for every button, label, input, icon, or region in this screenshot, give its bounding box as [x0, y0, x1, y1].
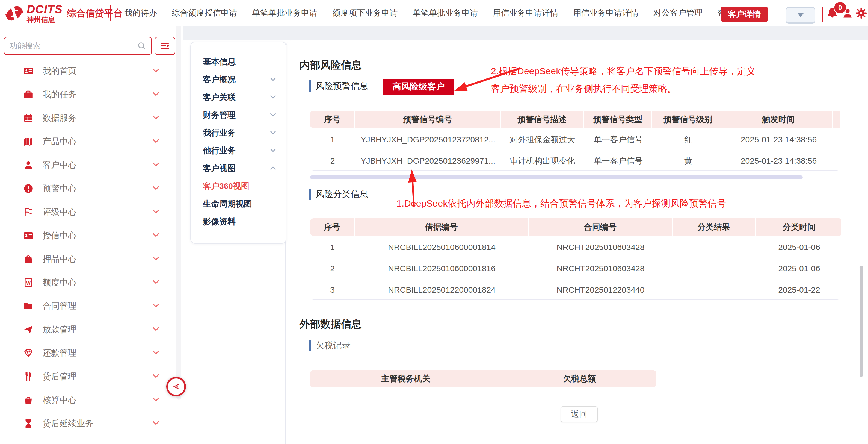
table-row[interactable]: 1YJBHYJXH_DGP20250123720812...对外担保金额过大单一…: [310, 130, 840, 149]
sidebar-item-0[interactable]: 我的首页: [0, 59, 176, 83]
warning-signal-table: 序号预警信号编号预警信号描述预警信号类型预警信号级别触发时间信号状态1YJBHY…: [310, 111, 840, 171]
submenu-item-5[interactable]: 他行业务: [191, 142, 286, 159]
table-cell: 无: [833, 152, 840, 170]
collapse-arrow-icon: [170, 381, 182, 392]
sidebar-item-label: 额度中心: [42, 277, 152, 288]
sidebar-item-9[interactable]: W 额度中心: [0, 271, 176, 294]
nav-overflow-dropdown[interactable]: [786, 7, 815, 24]
column-header: 分类结果: [673, 218, 755, 236]
table-cell: 2025-01-22: [756, 280, 841, 299]
handbag-icon: [24, 254, 33, 264]
table-cell: 2025-01-06: [756, 259, 841, 278]
column-header: 序号: [310, 218, 354, 236]
nav-item-4[interactable]: 单笔单批业务申请: [412, 7, 478, 19]
column-header: 序号: [310, 111, 354, 128]
search-input[interactable]: [4, 41, 137, 50]
chevron-down-icon: [152, 301, 160, 309]
table-cell: 1: [310, 238, 355, 257]
table-cell: 对外担保金额过大: [501, 130, 584, 149]
chevron-down-icon: [797, 12, 804, 18]
submenu-item-8[interactable]: 生命周期视图: [191, 195, 286, 213]
sidebar-item-5[interactable]: 预警中心: [0, 177, 176, 200]
table-row[interactable]: 2NRCBILL2025010600001816NRCHT20250106034…: [310, 259, 841, 278]
sidebar-item-6[interactable]: 评级中心: [0, 200, 176, 224]
sidebar-item-7[interactable]: 授信中心: [0, 224, 176, 247]
sidebar-item-14[interactable]: 核算中心: [0, 388, 176, 412]
gear-icon[interactable]: [855, 7, 867, 19]
sidebar-item-10[interactable]: 合同管理: [0, 294, 176, 318]
table-row[interactable]: 1NRCBILL2025010600001814NRCHT20250106034…: [310, 238, 841, 257]
column-header: 主管税务机关: [310, 370, 502, 387]
sidebar-item-label: 合同管理: [42, 300, 152, 312]
submenu-item-3[interactable]: 财务管理: [191, 106, 286, 124]
chevron-down-icon: [152, 90, 160, 98]
sidebar-item-8[interactable]: 押品中心: [0, 247, 176, 271]
tab-customer-detail-active[interactable]: 客户详情: [721, 6, 768, 22]
sidebar-item-3[interactable]: 产品中心: [0, 130, 176, 153]
submenu-item-4[interactable]: 我行业务: [191, 124, 286, 142]
sidebar-item-2[interactable]: 数据服务: [0, 106, 176, 130]
classification-table: 序号借据编号合同编号分类结果分类时间1NRCBILL20250106000018…: [310, 218, 841, 300]
column-header: 合同编号: [529, 218, 672, 236]
warning-table-hscrollbar[interactable]: [310, 175, 803, 179]
sidebar-item-label: 贷后延续业务: [42, 418, 152, 429]
sidebar-scrollbar[interactable]: [176, 26, 181, 400]
submenu-item-9[interactable]: 影像资料: [191, 213, 286, 231]
nav-item-1[interactable]: 综合额度授信申请: [172, 7, 237, 19]
table-cell: 审计机构出现变化: [501, 152, 584, 170]
chevron-down-icon: [152, 372, 160, 380]
nav-item-6[interactable]: 用信业务申请详情: [573, 7, 639, 19]
submenu-item-1[interactable]: 客户概况: [191, 71, 286, 89]
table-row[interactable]: 2YJBHYJXH_DGP20250123629971...审计机构出现变化单一…: [310, 152, 840, 171]
table-row[interactable]: 3NRCBILL2025012200001824NRCHT20250122034…: [310, 280, 841, 300]
column-header: 预警信号编号: [355, 111, 500, 128]
page-vscrollbar[interactable]: [860, 266, 863, 377]
chevron-down-icon: [152, 278, 160, 286]
table-header-row: 主管税务机关欠税总额: [310, 370, 657, 387]
sidebar-collapse-button[interactable]: [166, 377, 186, 396]
chevron-down-icon: [270, 129, 277, 136]
submenu-item-0[interactable]: 基本信息: [191, 53, 286, 71]
back-button[interactable]: 返回: [561, 406, 598, 422]
column-header: 预警信号级别: [652, 111, 723, 128]
chevron-down-icon: [152, 137, 160, 145]
table-cell: 单一客户信号: [584, 130, 652, 149]
nav-item-2[interactable]: 单笔单批业务申请: [252, 7, 317, 19]
sidebar-item-13[interactable]: 贷后管理: [0, 365, 176, 388]
submenu-item-6[interactable]: 客户视图: [191, 159, 286, 177]
alert-icon: [24, 184, 33, 194]
sidebar-item-label: 还款管理: [42, 347, 152, 359]
sidebar-item-label: 我的首页: [42, 65, 152, 77]
table-cell: [673, 259, 756, 278]
section-bar: [309, 80, 311, 92]
table-cell: 黄: [652, 152, 724, 170]
submenu-item-7[interactable]: 客户360视图: [191, 177, 286, 195]
submenu-item-2[interactable]: 客户关联: [191, 89, 286, 106]
person-icon: [24, 160, 33, 170]
column-header: 借据编号: [355, 218, 528, 236]
sidebar-item-1[interactable]: 我的任务: [0, 83, 176, 106]
nav-item-3[interactable]: 额度项下业务申请: [332, 7, 398, 19]
table-cell: 2: [310, 152, 355, 170]
hourglass-icon: [24, 419, 33, 428]
sidebar-item-label: 产品中心: [42, 136, 152, 147]
sidebar-item-15[interactable]: 贷后延续业务: [0, 412, 176, 435]
section-bar: [309, 340, 311, 351]
top-nav: 我的待办综合额度授信申请单笔单批业务申请额度项下业务申请单笔单批业务申请用信业务…: [124, 0, 750, 26]
brand-product: 综合信贷平台: [67, 7, 123, 20]
doc-w-icon: W: [24, 277, 33, 288]
sidebar-item-4[interactable]: 客户中心: [0, 153, 176, 177]
brand-divider: [110, 5, 111, 21]
annotation-transmit: 2.根据DeepSeek传导策略，将客户名下预警信号向上传导，定义 客户预警级别…: [491, 62, 755, 97]
nav-item-7[interactable]: 对公客户管理: [653, 7, 703, 19]
sidebar-item-label: 客户中心: [42, 159, 152, 171]
sidebar-item-11[interactable]: 放款管理: [0, 318, 176, 341]
table-cell: NRCBILL2025010600001816: [355, 259, 529, 278]
nav-item-0[interactable]: 我的待办: [124, 7, 157, 19]
column-header: 分类时间: [756, 218, 841, 236]
sidebar-item-12[interactable]: 还款管理: [0, 341, 176, 365]
table-cell: NRCHT2025010603428: [529, 238, 673, 257]
menu-collapse-button[interactable]: [155, 37, 175, 55]
table-cell: 2025-01-23 14:38:56: [724, 130, 833, 149]
nav-item-5[interactable]: 用信业务申请详情: [493, 7, 558, 19]
